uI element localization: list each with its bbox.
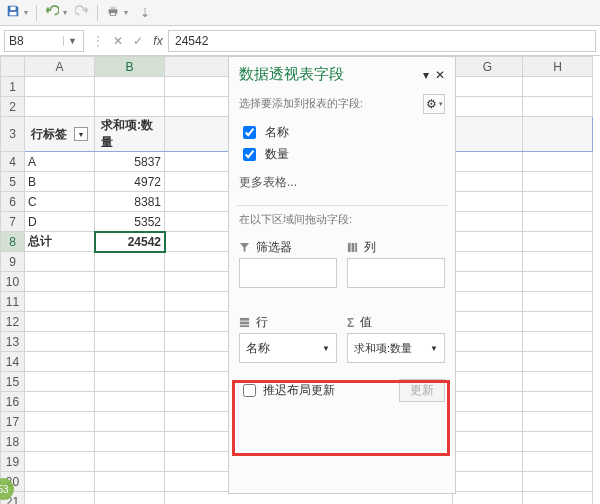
cell[interactable]: 5352 bbox=[95, 212, 165, 232]
checkbox[interactable] bbox=[243, 126, 256, 139]
col-header[interactable]: A bbox=[25, 57, 95, 77]
cell[interactable]: C bbox=[25, 192, 95, 212]
save-icon[interactable] bbox=[6, 4, 20, 21]
svg-rect-10 bbox=[240, 325, 249, 327]
drag-hint: 在以下区域间拖动字段: bbox=[239, 212, 445, 227]
svg-rect-9 bbox=[240, 322, 249, 325]
more-tables-link[interactable]: 更多表格... bbox=[239, 174, 445, 191]
svg-rect-3 bbox=[110, 7, 115, 10]
cell-total-label[interactable]: 总计 bbox=[25, 232, 95, 252]
print-icon[interactable] bbox=[106, 4, 120, 21]
svg-rect-0 bbox=[10, 12, 17, 16]
col-header[interactable]: H bbox=[523, 57, 593, 77]
formula-text: 24542 bbox=[175, 34, 208, 48]
svg-rect-4 bbox=[110, 13, 115, 16]
enter-icon[interactable]: ✓ bbox=[128, 34, 148, 48]
cell[interactable]: 5837 bbox=[95, 152, 165, 172]
row-header[interactable]: 18 bbox=[1, 432, 25, 452]
field-checkbox[interactable]: 名称 bbox=[239, 123, 445, 142]
redo-icon[interactable] bbox=[75, 4, 89, 21]
row-header[interactable]: 15 bbox=[1, 372, 25, 392]
svg-rect-1 bbox=[10, 7, 15, 11]
svg-rect-5 bbox=[348, 243, 351, 252]
area-column-drop[interactable] bbox=[347, 258, 445, 288]
field-list: 名称 数量 bbox=[239, 123, 445, 164]
select-all[interactable] bbox=[1, 57, 25, 77]
chevron-down-icon[interactable]: ▼ bbox=[430, 344, 438, 353]
pane-subtitle: 选择要添加到报表的字段: bbox=[239, 96, 363, 111]
area-row-title: 行 bbox=[239, 314, 337, 331]
name-box[interactable]: ▼ bbox=[4, 30, 84, 52]
cell[interactable]: A bbox=[25, 152, 95, 172]
cell[interactable]: 4972 bbox=[95, 172, 165, 192]
checkbox[interactable] bbox=[243, 148, 256, 161]
field-label: 数量 bbox=[265, 146, 289, 163]
pane-title: 数据透视表字段 bbox=[239, 65, 344, 84]
pane-pin-icon[interactable]: ▾ bbox=[423, 68, 429, 82]
pane-settings[interactable]: ⚙▾ bbox=[423, 94, 445, 114]
row-header[interactable]: 1 bbox=[1, 77, 25, 97]
field-label: 名称 bbox=[265, 124, 289, 141]
area-column-title: 列 bbox=[347, 239, 445, 256]
row-header[interactable]: 7 bbox=[1, 212, 25, 232]
row-header[interactable]: 13 bbox=[1, 332, 25, 352]
divider bbox=[237, 205, 447, 206]
update-button: 更新 bbox=[399, 379, 445, 402]
cell[interactable]: D bbox=[25, 212, 95, 232]
undo-icon[interactable] bbox=[45, 4, 59, 21]
area-filter-drop[interactable] bbox=[239, 258, 337, 288]
pivot-value-header[interactable]: 求和项:数量 bbox=[95, 117, 165, 152]
cancel-icon[interactable]: ✕ bbox=[108, 34, 128, 48]
row-header[interactable]: 11 bbox=[1, 292, 25, 312]
area-row-item[interactable]: 名称 bbox=[246, 340, 270, 357]
defer-layout-checkbox[interactable]: 推迟布局更新 bbox=[239, 381, 335, 400]
pivot-field-pane: 数据透视表字段 ▾✕ 选择要添加到报表的字段: ⚙▾ 名称 数量 更多表格...… bbox=[228, 56, 456, 494]
field-checkbox[interactable]: 数量 bbox=[239, 145, 445, 164]
svg-rect-8 bbox=[240, 318, 249, 321]
save-dropdown[interactable]: ▾ bbox=[24, 8, 28, 17]
fx-icon[interactable]: fx bbox=[148, 34, 168, 48]
area-row-drop[interactable]: 名称▼ bbox=[239, 333, 337, 363]
pane-close-icon[interactable]: ✕ bbox=[435, 68, 445, 82]
filter-icon[interactable]: ▼ bbox=[74, 127, 88, 141]
qat-overflow[interactable]: ⇣ bbox=[140, 6, 150, 20]
row-header[interactable]: 3 bbox=[1, 117, 25, 152]
cell[interactable]: B bbox=[25, 172, 95, 192]
row-header[interactable]: 2 bbox=[1, 97, 25, 117]
row-header[interactable]: 5 bbox=[1, 172, 25, 192]
svg-rect-6 bbox=[352, 243, 355, 252]
chevron-down-icon[interactable]: ▼ bbox=[322, 344, 330, 353]
undo-dropdown[interactable]: ▾ bbox=[63, 8, 67, 17]
quick-access-toolbar: ▾ ▾ ▾ ⇣ bbox=[0, 0, 600, 26]
row-header[interactable]: 12 bbox=[1, 312, 25, 332]
pivot-row-header[interactable]: 行标签▼ bbox=[25, 117, 95, 152]
row-header[interactable]: 19 bbox=[1, 452, 25, 472]
area-value-drop[interactable]: 求和项:数量▼ bbox=[347, 333, 445, 363]
name-box-dropdown[interactable]: ▼ bbox=[63, 36, 81, 46]
row-header[interactable]: 8 bbox=[1, 232, 25, 252]
svg-rect-7 bbox=[355, 243, 357, 252]
row-header[interactable]: 9 bbox=[1, 252, 25, 272]
area-filter-title: 筛选器 bbox=[239, 239, 337, 256]
formula-bar-row: ▼ ⋮ ✕ ✓ fx 24542 bbox=[0, 26, 600, 56]
cell[interactable]: 8381 bbox=[95, 192, 165, 212]
checkbox[interactable] bbox=[243, 384, 256, 397]
row-header[interactable]: 17 bbox=[1, 412, 25, 432]
print-dropdown[interactable]: ▾ bbox=[124, 8, 128, 17]
name-box-input[interactable] bbox=[5, 34, 63, 48]
row-header[interactable]: 14 bbox=[1, 352, 25, 372]
col-header[interactable]: B bbox=[95, 57, 165, 77]
row-header[interactable]: 10 bbox=[1, 272, 25, 292]
area-value-item[interactable]: 求和项:数量 bbox=[354, 341, 412, 356]
cell-selected[interactable]: 24542 bbox=[95, 232, 165, 252]
area-value-title: Σ值 bbox=[347, 314, 445, 331]
formula-bar[interactable]: 24542 bbox=[168, 30, 596, 52]
gear-icon: ⚙ bbox=[426, 97, 437, 111]
row-header[interactable]: 16 bbox=[1, 392, 25, 412]
row-header[interactable]: 4 bbox=[1, 152, 25, 172]
col-header[interactable]: G bbox=[453, 57, 523, 77]
row-header[interactable]: 6 bbox=[1, 192, 25, 212]
